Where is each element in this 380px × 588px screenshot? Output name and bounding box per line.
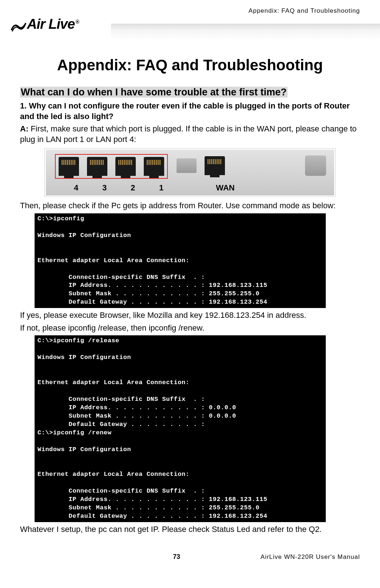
port-label: 2 xyxy=(123,183,143,193)
answer-1: A: First, make sure that which port is p… xyxy=(20,124,360,145)
section-title-wrapper: What can I do when I have some trouble a… xyxy=(20,87,360,98)
ethernet-port-icon xyxy=(87,157,107,176)
port-label: 3 xyxy=(94,183,115,193)
router-ports-figure: 4 3 2 1 WAN xyxy=(44,148,336,197)
port-separator xyxy=(177,158,197,173)
command-output-release-renew: C:\>ipconfig /release Windows IP Configu… xyxy=(35,335,326,522)
ethernet-port-icon xyxy=(144,157,164,176)
header-gradient-bar xyxy=(111,24,380,40)
main-title: Appendix: FAQ and Troubleshooting xyxy=(20,56,360,74)
answer-label: A: xyxy=(20,124,28,133)
lan-ports-highlight xyxy=(55,154,168,179)
page-footer: 73 AirLive WN-220R User's Manual xyxy=(20,553,360,561)
port-label: 1 xyxy=(151,183,171,193)
header-breadcrumb: Appendix: FAQ and Troubleshooting xyxy=(249,7,360,15)
logo-wave-icon xyxy=(11,19,26,31)
page-number: 73 xyxy=(173,553,180,561)
page-header: Appendix: FAQ and Troubleshooting Air Li… xyxy=(20,7,360,46)
logo-registered: ® xyxy=(75,19,79,25)
command-output-ipconfig: C:\>ipconfig Windows IP Configuration Et… xyxy=(35,213,326,308)
port-label: 4 xyxy=(66,183,86,193)
answer-1-text: First, make sure that which port is plug… xyxy=(20,124,357,144)
ethernet-port-icon xyxy=(115,157,136,176)
section-title: What can I do when I have some trouble a… xyxy=(20,87,288,98)
question-1: 1. Why can I not configure the router ev… xyxy=(20,101,360,122)
logo: Air Live® xyxy=(11,16,79,32)
router-misc-panel xyxy=(305,155,326,176)
logo-text: Air Live xyxy=(27,16,75,32)
paragraph-3: If yes, please execute Browser, like Moz… xyxy=(20,310,360,321)
paragraph-2: Then, please check if the Pc gets ip add… xyxy=(20,201,360,211)
ethernet-port-icon xyxy=(205,156,225,175)
paragraph-4: If not, please ipconfig /release, then i… xyxy=(20,323,360,334)
paragraph-5: Whatever I setup, the pc can not get IP.… xyxy=(20,524,360,535)
page-content: Appendix: FAQ and Troubleshooting Air Li… xyxy=(0,0,380,572)
wan-port-label: WAN xyxy=(209,183,242,193)
ethernet-port-icon xyxy=(59,157,79,176)
footer-manual-title: AirLive WN-220R User's Manual xyxy=(261,553,360,561)
